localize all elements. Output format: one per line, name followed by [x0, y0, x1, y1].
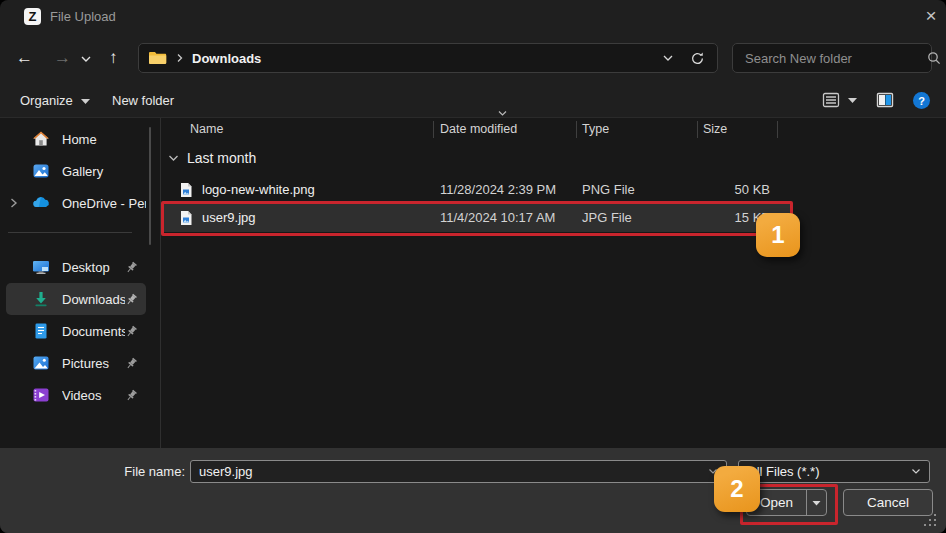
- refresh-icon[interactable]: [690, 51, 705, 66]
- folder-icon: [148, 50, 167, 66]
- details-view-icon: [822, 91, 840, 109]
- file-type-dropdown-chevron-icon: [911, 468, 921, 475]
- sidebar-item-label: Desktop: [62, 260, 125, 275]
- file-type-select[interactable]: All Files (*.*): [738, 460, 930, 483]
- back-button[interactable]: ←: [16, 49, 33, 66]
- downloads-icon: [32, 290, 50, 308]
- file-name-combobox: [190, 460, 727, 483]
- pin-icon: [125, 389, 138, 402]
- sidebar-item-onedrive[interactable]: OneDrive - Perso: [6, 187, 146, 219]
- sidebar-item-gallery[interactable]: Gallery: [6, 155, 146, 187]
- organize-label: Organize: [20, 93, 73, 108]
- desktop-icon: [32, 258, 50, 276]
- pictures-icon: [32, 354, 50, 372]
- sidebar-item-pictures[interactable]: Pictures: [6, 347, 146, 379]
- annotation-step-badge-1: 1: [756, 213, 800, 257]
- sidebar-item-home[interactable]: Home: [6, 123, 146, 155]
- pin-icon: [125, 293, 138, 306]
- home-icon: [32, 130, 50, 148]
- sidebar-item-label: Gallery: [62, 164, 146, 179]
- sidebar-divider: [160, 118, 161, 448]
- documents-icon: [32, 322, 50, 340]
- open-dropdown-chevron-icon[interactable]: [807, 500, 826, 506]
- file-row-user9[interactable]: user9.jpg 11/4/2024 10:17 AM JPG File 15…: [164, 204, 790, 232]
- pin-icon: [125, 261, 138, 274]
- column-header-date-modified[interactable]: Date modified: [440, 122, 517, 136]
- pin-icon: [125, 325, 138, 338]
- file-name-label: File name:: [100, 464, 185, 479]
- annotation-step-badge-2: 2: [714, 466, 760, 512]
- column-separator[interactable]: [576, 121, 577, 138]
- recent-locations-chevron-icon[interactable]: [80, 55, 92, 63]
- onedrive-cloud-icon: [32, 194, 50, 212]
- image-file-icon: [178, 210, 194, 226]
- sidebar-item-label: Pictures: [62, 356, 125, 371]
- gallery-icon: [32, 162, 50, 180]
- sidebar-section-divider: [8, 232, 132, 233]
- search-input[interactable]: [733, 51, 927, 66]
- file-type: PNG File: [582, 176, 635, 204]
- file-type-value: All Files (*.*): [748, 464, 911, 479]
- column-separator[interactable]: [433, 121, 434, 138]
- forward-button[interactable]: →: [54, 49, 71, 66]
- pin-icon: [125, 357, 138, 370]
- column-separator[interactable]: [697, 121, 698, 138]
- app-logo-icon: Z: [24, 8, 41, 25]
- search-box: [732, 43, 932, 73]
- breadcrumb-folder[interactable]: Downloads: [192, 51, 662, 66]
- column-header-size[interactable]: Size: [703, 122, 727, 136]
- sidebar-item-desktop[interactable]: Desktop: [6, 251, 146, 283]
- videos-icon: [32, 386, 50, 404]
- cancel-button[interactable]: Cancel: [843, 489, 933, 516]
- group-header-last-month[interactable]: Last month: [168, 150, 256, 166]
- file-row-logo-new-white[interactable]: logo-new-white.png 11/28/2024 2:39 PM PN…: [164, 176, 790, 204]
- sidebar-item-label: OneDrive - Perso: [62, 196, 146, 211]
- help-icon[interactable]: ?: [913, 92, 930, 109]
- column-header-type[interactable]: Type: [582, 122, 609, 136]
- file-type: JPG File: [582, 204, 632, 232]
- file-date-modified: 11/28/2024 2:39 PM: [440, 176, 556, 204]
- organize-dropdown-icon: [81, 98, 90, 104]
- sidebar-item-label: Downloads: [62, 292, 125, 307]
- column-separator[interactable]: [777, 121, 778, 138]
- new-folder-button[interactable]: New folder: [112, 93, 174, 108]
- group-collapse-chevron-icon: [168, 154, 179, 162]
- view-mode-button[interactable]: [822, 91, 857, 109]
- close-icon[interactable]: ×: [918, 3, 944, 29]
- organize-button[interactable]: Organize: [20, 93, 90, 108]
- sidebar-item-downloads[interactable]: Downloads: [6, 283, 146, 315]
- image-file-icon: [178, 182, 194, 198]
- sidebar-scrollbar[interactable]: [149, 127, 151, 245]
- file-name-input[interactable]: [191, 464, 708, 479]
- breadcrumb-chevron-icon: [176, 53, 183, 63]
- sidebar-item-label: Documents: [62, 324, 125, 339]
- window-title: File Upload: [50, 9, 116, 24]
- sidebar-item-documents[interactable]: Documents: [6, 315, 146, 347]
- sidebar-item-label: Home: [62, 132, 146, 147]
- file-name: logo-new-white.png: [202, 176, 315, 204]
- up-button[interactable]: ↑: [109, 49, 118, 66]
- view-mode-chevron-icon: [848, 97, 857, 103]
- file-name: user9.jpg: [202, 204, 255, 232]
- address-bar[interactable]: Downloads: [138, 43, 718, 73]
- search-icon[interactable]: [927, 51, 941, 65]
- preview-pane-icon[interactable]: [876, 91, 894, 109]
- file-upload-dialog: Z File Upload × ← → ↑ Downloads: [0, 0, 946, 533]
- sort-descending-icon: [497, 110, 508, 117]
- address-dropdown-chevron-icon[interactable]: [662, 54, 674, 62]
- file-date-modified: 11/4/2024 10:17 AM: [440, 204, 555, 232]
- file-size: 15 KB: [634, 204, 770, 232]
- file-size: 50 KB: [634, 176, 770, 204]
- column-header-name[interactable]: Name: [190, 122, 223, 136]
- sidebar-item-label: Videos: [62, 388, 125, 403]
- resize-grip[interactable]: [924, 514, 937, 527]
- group-label: Last month: [187, 150, 256, 166]
- sidebar-item-videos[interactable]: Videos: [6, 379, 146, 411]
